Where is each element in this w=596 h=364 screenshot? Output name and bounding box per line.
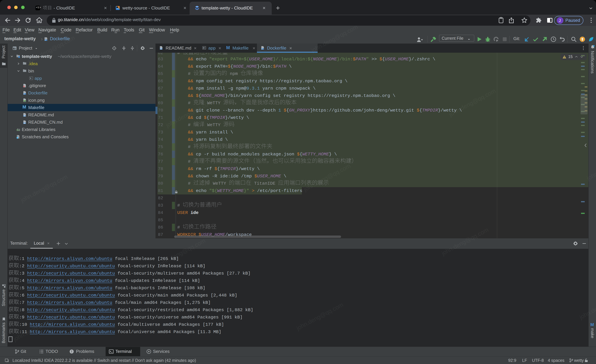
svg-text:D: D — [45, 40, 46, 41]
svg-text:MD: MD — [160, 48, 162, 50]
svg-text:D: D — [261, 48, 263, 50]
